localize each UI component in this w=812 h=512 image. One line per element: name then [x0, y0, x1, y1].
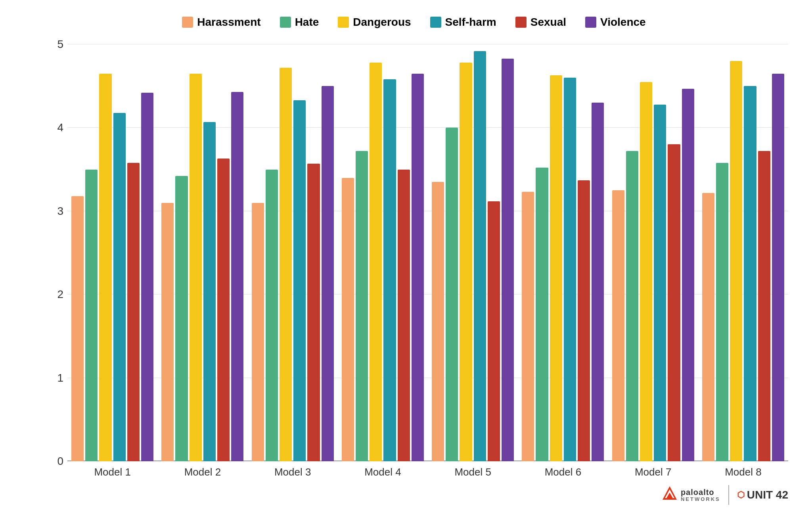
legend-label-hate: Hate	[295, 16, 319, 29]
paloalto-networks: NETWORKS	[681, 497, 720, 502]
model-group-2	[157, 44, 247, 461]
bar-6-dangerous	[550, 75, 562, 461]
x-label-model-2: Model 2	[157, 466, 247, 478]
chart-area: 012345	[40, 44, 788, 461]
bar-3-harassment	[252, 203, 264, 461]
bar-4-harassment	[342, 178, 354, 461]
legend-item-harassment: Harassment	[182, 16, 260, 29]
model-group-8	[698, 44, 788, 461]
bar-6-violence	[592, 103, 604, 461]
legend-item-violence: Violence	[585, 16, 646, 29]
bar-7-hate	[626, 151, 638, 461]
legend-label-harassment: Harassment	[197, 16, 260, 29]
bar-4-selfharm	[383, 79, 396, 461]
bar-5-hate	[446, 128, 458, 461]
legend-color-violence	[585, 17, 596, 28]
y-tick-0: 0	[57, 455, 63, 468]
legend-label-dangerous: Dangerous	[353, 16, 411, 29]
bar-6-selfharm	[564, 78, 576, 461]
legend-color-sexual	[515, 17, 527, 28]
x-label-model-3: Model 3	[248, 466, 338, 478]
bar-3-selfharm	[293, 100, 306, 461]
bar-8-violence	[772, 74, 784, 461]
paloalto-icon	[662, 485, 678, 505]
model-group-1	[67, 44, 157, 461]
bar-1-sexual	[127, 163, 140, 461]
bar-8-selfharm	[744, 86, 756, 461]
bar-5-selfharm	[474, 51, 486, 461]
y-tick-3: 3	[57, 205, 63, 218]
legend-item-sexual: Sexual	[515, 16, 566, 29]
model-group-3	[248, 44, 338, 461]
legend-color-dangerous	[338, 17, 349, 28]
bar-4-violence	[412, 74, 424, 461]
bar-8-hate	[716, 163, 728, 461]
bar-5-harassment	[432, 182, 444, 461]
legend-color-harassment	[182, 17, 193, 28]
bar-2-violence	[231, 92, 243, 461]
bar-2-harassment	[161, 203, 174, 461]
x-label-model-8: Model 8	[698, 466, 788, 478]
y-axis: 012345	[40, 44, 67, 461]
paloalto-logo: paloalto NETWORKS	[662, 485, 720, 505]
x-label-model-4: Model 4	[338, 466, 428, 478]
x-label-model-1: Model 1	[67, 466, 157, 478]
unit42-logo: ⬡ UNIT 42	[737, 489, 788, 501]
bar-6-sexual	[578, 180, 590, 461]
bar-6-harassment	[522, 192, 534, 461]
bar-8-dangerous	[730, 61, 742, 461]
bar-1-dangerous	[99, 74, 111, 461]
bar-4-sexual	[398, 170, 410, 461]
bar-8-sexual	[758, 151, 770, 461]
bar-7-dangerous	[640, 82, 652, 461]
model-group-6	[518, 44, 608, 461]
legend-color-self-harm	[430, 17, 441, 28]
chart-legend: Harassment Hate Dangerous Self-harm Sexu…	[40, 16, 788, 29]
y-tick-2: 2	[57, 288, 63, 301]
bar-7-harassment	[612, 190, 624, 461]
bar-3-hate	[266, 170, 278, 461]
bar-3-violence	[322, 86, 334, 461]
legend-label-sexual: Sexual	[530, 16, 566, 29]
x-label-model-5: Model 5	[428, 466, 518, 478]
bar-4-dangerous	[370, 63, 382, 461]
bar-7-violence	[682, 89, 694, 461]
bar-1-harassment	[71, 196, 84, 461]
bars-wrapper	[67, 44, 788, 461]
x-labels: Model 1Model 2Model 3Model 4Model 5Model…	[40, 466, 788, 478]
legend-item-self-harm: Self-harm	[430, 16, 496, 29]
bar-1-selfharm	[113, 113, 126, 461]
bar-1-violence	[141, 93, 153, 461]
model-group-5	[428, 44, 518, 461]
x-label-model-7: Model 7	[608, 466, 698, 478]
model-group-4	[338, 44, 428, 461]
bar-6-hate	[536, 168, 548, 461]
bar-2-selfharm	[203, 122, 216, 461]
logo-divider	[728, 485, 729, 505]
legend-item-hate: Hate	[280, 16, 319, 29]
bar-5-violence	[502, 59, 514, 461]
bar-2-dangerous	[190, 74, 202, 461]
y-tick-5: 5	[57, 38, 63, 51]
legend-label-self-harm: Self-harm	[445, 16, 496, 29]
legend-label-violence: Violence	[600, 16, 646, 29]
chart-container: Harassment Hate Dangerous Self-harm Sexu…	[0, 0, 812, 512]
paloalto-name: paloalto	[681, 488, 720, 497]
bar-3-dangerous	[280, 68, 292, 461]
unit42-icon: ⬡	[737, 490, 745, 500]
model-group-7	[608, 44, 698, 461]
bar-2-hate	[175, 176, 188, 461]
unit42-text: UNIT 42	[747, 489, 788, 501]
logo-area: paloalto NETWORKS ⬡ UNIT 42	[662, 485, 788, 505]
bar-4-hate	[356, 151, 368, 461]
bar-7-selfharm	[654, 105, 666, 462]
x-label-model-6: Model 6	[518, 466, 608, 478]
bar-2-sexual	[217, 159, 230, 461]
legend-color-hate	[280, 17, 291, 28]
bar-5-sexual	[488, 201, 500, 461]
y-tick-1: 1	[57, 372, 63, 384]
bar-3-sexual	[307, 164, 320, 461]
bar-7-sexual	[668, 144, 680, 461]
legend-item-dangerous: Dangerous	[338, 16, 411, 29]
bar-8-harassment	[702, 193, 714, 461]
